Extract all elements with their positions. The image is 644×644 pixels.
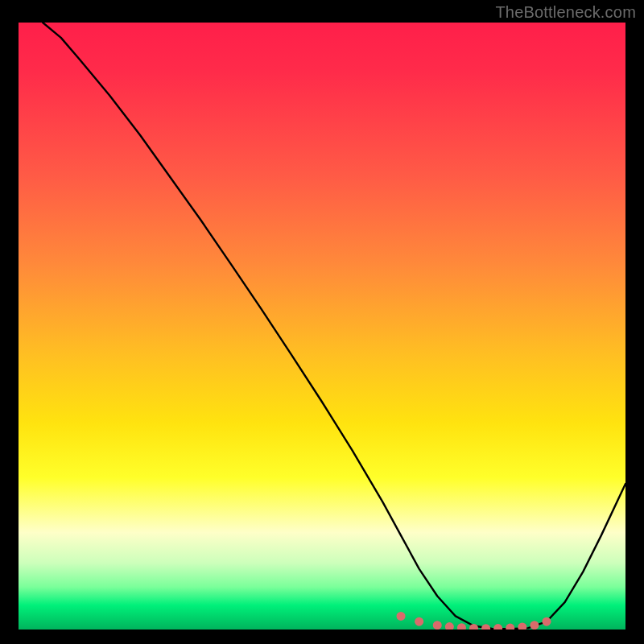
optimum-dot bbox=[493, 624, 502, 630]
plot-area bbox=[19, 23, 625, 630]
bottleneck-curve bbox=[43, 23, 625, 629]
optimum-dot bbox=[433, 621, 442, 630]
optimum-dot bbox=[397, 612, 406, 621]
curve-layer bbox=[19, 23, 625, 630]
optimum-dot bbox=[530, 621, 539, 630]
optimum-dot bbox=[518, 622, 526, 630]
optimum-dot bbox=[415, 617, 423, 626]
optimum-dot bbox=[542, 617, 551, 626]
chart-frame: TheBottleneck.com bbox=[0, 0, 644, 644]
optimum-dot bbox=[457, 623, 466, 630]
optimum-markers bbox=[397, 612, 551, 630]
optimum-dot bbox=[445, 622, 454, 630]
optimum-dot bbox=[506, 624, 514, 630]
optimum-dot bbox=[481, 624, 490, 630]
attribution-text: TheBottleneck.com bbox=[495, 3, 636, 22]
